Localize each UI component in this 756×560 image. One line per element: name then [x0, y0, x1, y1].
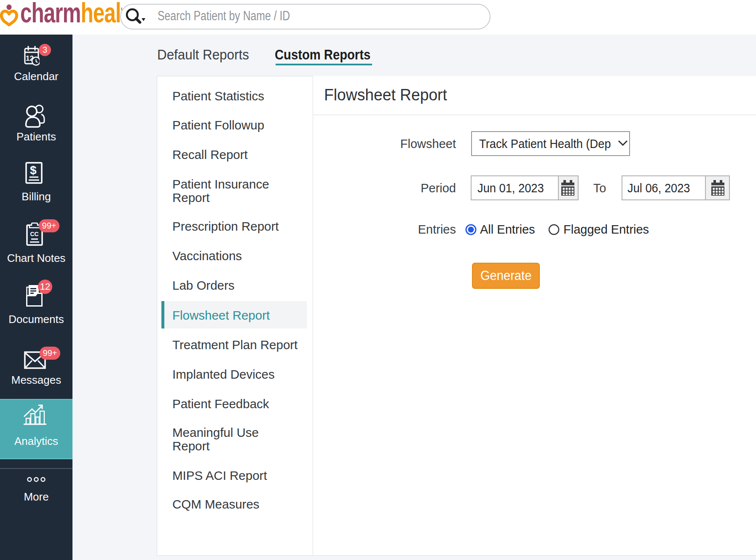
svg-text:$: $: [30, 164, 37, 177]
svg-text:CC: CC: [30, 231, 39, 237]
